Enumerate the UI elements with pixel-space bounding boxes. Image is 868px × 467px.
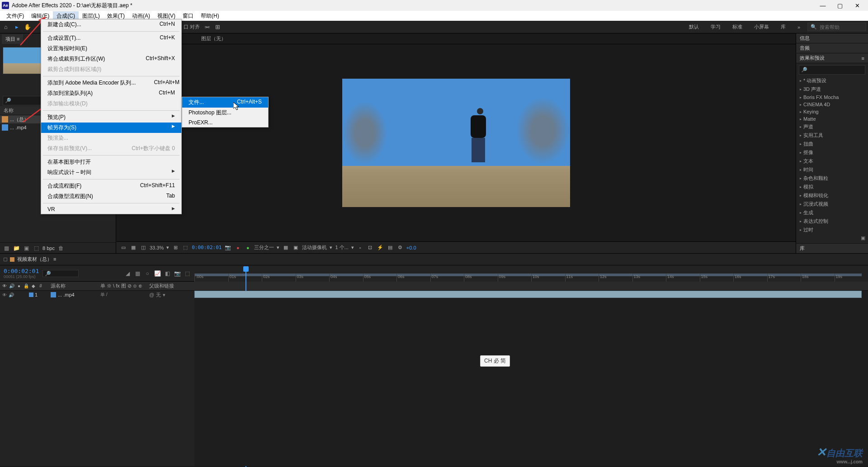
- menu-item[interactable]: 响应式设计 – 时间▶: [41, 167, 181, 178]
- graph-icon[interactable]: 📈: [154, 270, 161, 277]
- tool-extra-1[interactable]: ⫘: [203, 23, 211, 31]
- timeline2-icon[interactable]: ▤: [387, 244, 394, 251]
- preset-category[interactable]: 沉浸式视频: [796, 200, 868, 208]
- pickwhip-icon[interactable]: @: [149, 292, 154, 297]
- fast-preview-icon[interactable]: ⚡: [377, 244, 384, 251]
- new-bin-icon[interactable]: ▣: [861, 235, 865, 243]
- frameblend-icon[interactable]: ▦: [134, 270, 141, 277]
- menu-help[interactable]: 帮助(H): [197, 11, 223, 21]
- shy-icon[interactable]: ◢: [124, 270, 131, 277]
- timeline-tab[interactable]: 视频素材（总） ≡: [17, 256, 56, 263]
- color-mgmt-icon[interactable]: ●: [244, 244, 251, 251]
- preset-category[interactable]: 生成: [796, 208, 868, 217]
- menu-item[interactable]: 预览(P)▶: [41, 112, 181, 123]
- menu-window[interactable]: 窗口: [179, 11, 197, 21]
- workspace-smallscreen[interactable]: 小屏幕: [750, 23, 774, 31]
- timeline-ruler[interactable]: :00s01s02s03s04s05s06s07s08s09s10s11s12s…: [194, 265, 868, 282]
- video-toggle[interactable]: 👁: [2, 292, 7, 297]
- preset-category[interactable]: 杂色和颗粒: [796, 174, 868, 183]
- interpret-footage-icon[interactable]: ▦: [3, 245, 10, 252]
- viewer[interactable]: [116, 44, 796, 241]
- new-comp-icon[interactable]: ▣: [23, 245, 30, 252]
- layer-name[interactable]: ... .mp4: [58, 292, 75, 297]
- preset-category[interactable]: 模拟: [796, 183, 868, 191]
- submenu-item[interactable]: 文件...Ctrl+Alt+S: [182, 97, 268, 108]
- workspace-learn[interactable]: 学习: [706, 23, 725, 31]
- preset-category[interactable]: 3D 声道: [796, 85, 868, 94]
- effects-search[interactable]: 🔎: [799, 65, 865, 75]
- submenu-item[interactable]: ProEXR...: [182, 118, 268, 127]
- home-icon[interactable]: ⌂: [2, 23, 10, 31]
- parent-dropdown[interactable]: 无: [156, 292, 161, 298]
- parent-col[interactable]: 父级和链接: [147, 282, 194, 290]
- layer-duration-bar[interactable]: [194, 291, 862, 298]
- workspace-library[interactable]: 库: [776, 23, 790, 31]
- timeline-layer-row[interactable]: 👁 🔊 1 ... .mp4 单 / @ 无 ▾: [0, 291, 194, 299]
- pixel-ar-icon[interactable]: ⊡: [367, 244, 374, 251]
- timeline-search-input[interactable]: [45, 271, 76, 276]
- tl-snapshot-icon[interactable]: 📷: [174, 270, 181, 277]
- alpha-icon[interactable]: ▦: [130, 244, 137, 251]
- project-tab[interactable]: 项目 ≡: [2, 34, 23, 44]
- timeline-search[interactable]: [42, 270, 79, 277]
- menu-item[interactable]: 将合成裁剪到工作区(W)Ctrl+Shift+X: [41, 54, 181, 64]
- workspace-default[interactable]: 默认: [684, 23, 703, 31]
- submenu-item[interactable]: Photoshop 图层...: [182, 108, 268, 118]
- views-dropdown[interactable]: 1 个...: [335, 244, 348, 251]
- menu-item[interactable]: 合成设置(T)...Ctrl+K: [41, 33, 181, 43]
- effects-search-input[interactable]: [807, 66, 863, 73]
- info-panel-head[interactable]: 信息: [796, 33, 868, 43]
- close-button[interactable]: ✕: [853, 2, 862, 9]
- preset-category[interactable]: Matte: [796, 115, 868, 123]
- preset-category[interactable]: 抠像: [796, 148, 868, 157]
- preset-category[interactable]: 模糊和锐化: [796, 191, 868, 200]
- source-name-col[interactable]: 源名称: [49, 282, 99, 290]
- minimize-button[interactable]: —: [818, 2, 827, 9]
- view-opts-icon[interactable]: ▫: [357, 244, 364, 251]
- tl-extra-icon[interactable]: ⬚: [184, 270, 191, 277]
- resolution-dropdown[interactable]: 三分之一: [254, 244, 274, 251]
- channel-icon[interactable]: ●: [234, 244, 241, 251]
- layer-switches[interactable]: 单 /: [99, 292, 147, 298]
- new-folder-icon[interactable]: 📁: [13, 245, 20, 252]
- workspace-standard[interactable]: 标准: [728, 23, 747, 31]
- hand-tool-icon[interactable]: ✋: [24, 23, 32, 31]
- menu-item[interactable]: 帧另存为(S)▶: [41, 123, 181, 133]
- menu-item[interactable]: 新建合成(C)...Ctrl+N: [41, 19, 181, 30]
- motionblur-icon[interactable]: ○: [144, 270, 151, 277]
- mask-icon[interactable]: ◫: [140, 244, 147, 251]
- preset-category[interactable]: 实用工具: [796, 131, 868, 140]
- bpc-label[interactable]: 8 bpc: [42, 245, 55, 251]
- preset-category[interactable]: * 动画预设: [796, 76, 868, 85]
- library-panel-head[interactable]: 库: [796, 243, 868, 253]
- snapshot-icon[interactable]: 📷: [224, 244, 231, 251]
- menu-item[interactable]: 设置海报时间(E): [41, 43, 181, 54]
- preset-category[interactable]: 表达式控制: [796, 217, 868, 226]
- tool-extra-2[interactable]: ⊞: [213, 23, 222, 31]
- guides-icon[interactable]: ▣: [292, 244, 299, 251]
- magnify-icon[interactable]: ▭: [120, 244, 127, 251]
- timeline-timecode[interactable]: 0:00:02:01: [4, 268, 39, 274]
- workspace-more[interactable]: »: [793, 24, 805, 31]
- selection-tool-icon[interactable]: ▸: [13, 23, 21, 31]
- maximize-button[interactable]: ▢: [835, 2, 844, 9]
- layer-viewer-tab[interactable]: 图层（无）: [201, 35, 226, 42]
- menu-item[interactable]: VR▶: [41, 205, 181, 214]
- preset-category[interactable]: 文本: [796, 157, 868, 165]
- menu-item[interactable]: 添加到渲染队列(A)Ctrl+M: [41, 88, 181, 99]
- menu-item[interactable]: 在基本图形中打开: [41, 157, 181, 167]
- label-color[interactable]: [29, 292, 33, 297]
- menu-item[interactable]: 合成流程图(F)Ctrl+Shift+F11: [41, 181, 181, 191]
- draft3d-icon[interactable]: ◧: [164, 270, 171, 277]
- camera-dropdown[interactable]: 活动摄像机: [302, 244, 327, 251]
- menu-item[interactable]: 合成微型流程图(N)Tab: [41, 191, 181, 202]
- preset-category[interactable]: CINEMA 4D: [796, 101, 868, 108]
- playhead[interactable]: [243, 266, 249, 272]
- zoom-level[interactable]: 33.3%: [150, 245, 164, 250]
- delete-icon[interactable]: 🗑: [57, 245, 65, 252]
- audio-panel-head[interactable]: 音频: [796, 43, 868, 53]
- menu-file[interactable]: 文件(F): [3, 11, 28, 21]
- preset-category[interactable]: 时间: [796, 165, 868, 174]
- preset-category[interactable]: Boris FX Mocha: [796, 94, 868, 101]
- flowchart-icon[interactable]: ⚙: [396, 244, 404, 251]
